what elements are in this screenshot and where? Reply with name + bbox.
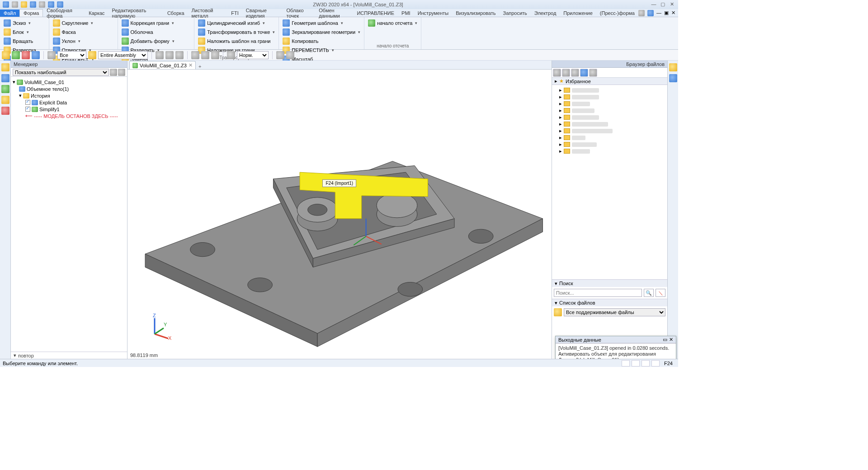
search-icon[interactable] xyxy=(638,10,645,16)
expand-icon[interactable] xyxy=(110,69,117,76)
layer-tab-icon[interactable] xyxy=(1,74,9,82)
tab-tools[interactable]: Инструменты xyxy=(414,9,453,17)
search-button[interactable]: 🔍 xyxy=(644,289,654,297)
tab-inquire[interactable]: Запросить xyxy=(499,9,530,17)
status-btn[interactable] xyxy=(651,360,660,367)
doc-close-icon[interactable]: ✕ xyxy=(671,10,675,16)
doc-minimize-icon[interactable]: — xyxy=(656,10,661,16)
doc-tab-active[interactable]: VoluMill_Case_01.Z3 ✕ xyxy=(129,61,196,69)
tb-ic2[interactable] xyxy=(165,51,174,59)
browser-tab-icon[interactable] xyxy=(669,63,677,71)
output-close-icon[interactable]: ✕ xyxy=(669,337,673,343)
mirror-geom-button[interactable]: Зеркалирование геометрии▾ xyxy=(282,28,361,36)
history-tree[interactable]: ▾VoluMill_Case_01 Объемное тело(1) ▾Исто… xyxy=(11,77,127,352)
tab-visualize[interactable]: Визуализировать xyxy=(452,9,499,17)
tab-heal[interactable]: ИСПРАВЛЕНИЕ xyxy=(353,9,398,17)
show-largest-select[interactable]: Показать наибольший xyxy=(13,69,109,76)
tab-assembly[interactable]: Сборка xyxy=(164,9,188,17)
close-button[interactable]: ✕ xyxy=(668,1,675,8)
back-icon[interactable] xyxy=(553,69,561,77)
tab-fti[interactable]: FTI xyxy=(227,9,242,17)
block-button[interactable]: Блок▾ xyxy=(3,28,46,36)
chevron-down-icon[interactable]: ▾ xyxy=(14,352,16,358)
axis-triad[interactable]: Z X Y xyxy=(146,314,173,341)
datum-button[interactable]: начало отсчета▾ xyxy=(367,19,418,27)
tab-wireframe[interactable]: Каркас xyxy=(85,9,108,17)
collapse-icon[interactable] xyxy=(118,69,125,76)
sel-opt-icon[interactable] xyxy=(32,51,40,59)
tab-shape[interactable]: Форма xyxy=(19,9,43,17)
tb-ic6[interactable] xyxy=(211,51,219,59)
role-tab-icon[interactable] xyxy=(1,107,9,115)
cyl-bend-button[interactable]: Цилиндрический изгиб▾ xyxy=(197,19,276,27)
caret-icon[interactable]: ▸ xyxy=(555,78,557,84)
norm-icon[interactable] xyxy=(227,51,235,59)
minimize-button[interactable]: — xyxy=(650,1,657,8)
favorites-label[interactable]: Избранное xyxy=(566,79,591,84)
view-tab-icon[interactable] xyxy=(1,85,9,93)
revolve-button[interactable]: Вращать xyxy=(3,37,46,45)
pick-icon[interactable] xyxy=(2,51,10,59)
add-sel-icon[interactable] xyxy=(12,51,20,59)
tb-ic4[interactable] xyxy=(191,51,199,59)
tb-ic1[interactable] xyxy=(156,51,164,59)
status-btn[interactable] xyxy=(632,360,640,367)
tree-solid[interactable]: Объемное тело(1) xyxy=(27,86,69,92)
status-btn[interactable] xyxy=(642,360,650,367)
tb-ic3[interactable] xyxy=(175,51,184,59)
tab-app[interactable]: Приложение xyxy=(560,9,596,17)
filelist-section-label[interactable]: Список файлов xyxy=(559,300,595,306)
new-icon[interactable] xyxy=(12,1,18,8)
reuse-tab-icon[interactable] xyxy=(669,74,677,82)
tb-ic8[interactable] xyxy=(286,51,294,59)
shell-button[interactable]: Оболочка xyxy=(121,28,192,36)
tree-simplify[interactable]: Simplify1 xyxy=(39,107,60,112)
filter-icon[interactable] xyxy=(47,51,56,59)
checkbox[interactable] xyxy=(25,100,30,105)
add-tab-button[interactable]: + xyxy=(196,64,204,69)
wrap-faces-button[interactable]: Наложить шаблон на грани xyxy=(197,37,276,45)
up-icon[interactable] xyxy=(571,69,579,77)
tab-file[interactable]: Файл xyxy=(0,9,19,17)
caret-icon[interactable]: ▾ xyxy=(13,79,15,85)
draft-button[interactable]: Уклон▾ xyxy=(52,37,95,45)
assembly-scope-select[interactable]: Entire Assembly xyxy=(98,51,148,59)
view-mode-icon[interactable] xyxy=(554,308,562,316)
doc-restore-icon[interactable]: ▣ xyxy=(664,10,669,16)
pattern-geom-button[interactable]: Геометрия шаблона▾ xyxy=(282,19,361,27)
refresh-icon[interactable] xyxy=(580,69,588,77)
add-shape-button[interactable]: Добавить форму▾ xyxy=(121,37,192,45)
filter-all-select[interactable]: Все xyxy=(57,51,86,59)
maximize-button[interactable]: ▢ xyxy=(659,1,666,8)
caret-icon[interactable]: ▾ xyxy=(19,93,22,99)
open-icon[interactable] xyxy=(21,1,27,8)
remove-sel-icon[interactable] xyxy=(22,51,30,59)
help-icon[interactable] xyxy=(647,10,654,16)
tree-root[interactable]: VoluMill_Case_01 xyxy=(24,80,64,85)
copy-button[interactable]: Копировать xyxy=(282,37,361,45)
assembly-icon[interactable] xyxy=(88,51,96,59)
home-icon[interactable] xyxy=(589,69,597,77)
file-filter-select[interactable]: Все поддерживаемые файлы xyxy=(564,308,665,316)
status-btn[interactable] xyxy=(622,360,630,367)
checkbox[interactable] xyxy=(25,107,30,112)
tree-explicit[interactable]: Explicit Data xyxy=(39,100,67,105)
search-section-label[interactable]: Поиск xyxy=(559,281,573,286)
face-offset-button[interactable]: Коррекция грани▾ xyxy=(121,19,192,27)
vis-tab-icon[interactable] xyxy=(1,96,9,104)
norm-select[interactable]: Норм. xyxy=(237,51,269,59)
manager-tab-icon[interactable] xyxy=(1,63,9,71)
pin-icon[interactable]: ▭ xyxy=(663,337,667,343)
save-icon[interactable] xyxy=(30,1,36,8)
sketch-button[interactable]: Эскиз▾ xyxy=(3,19,46,27)
fwd-icon[interactable] xyxy=(562,69,570,77)
tb-ic5[interactable] xyxy=(201,51,209,59)
tb-ic7[interactable] xyxy=(276,51,284,59)
tab-electrode[interactable]: Электрод xyxy=(531,9,560,17)
tab-pmi[interactable]: PMI xyxy=(398,9,414,17)
clear-search-button[interactable]: ＼ xyxy=(656,289,665,297)
tree-stop[interactable]: ----- МОДЕЛЬ ОСТАНОВ ЗДЕСЬ ----- xyxy=(34,113,118,119)
tree-history[interactable]: История xyxy=(31,93,50,99)
close-tab-icon[interactable]: ✕ xyxy=(189,62,193,68)
3d-viewport[interactable]: F24 (Import1) Z X Y 98.8119 mm xyxy=(127,70,552,359)
